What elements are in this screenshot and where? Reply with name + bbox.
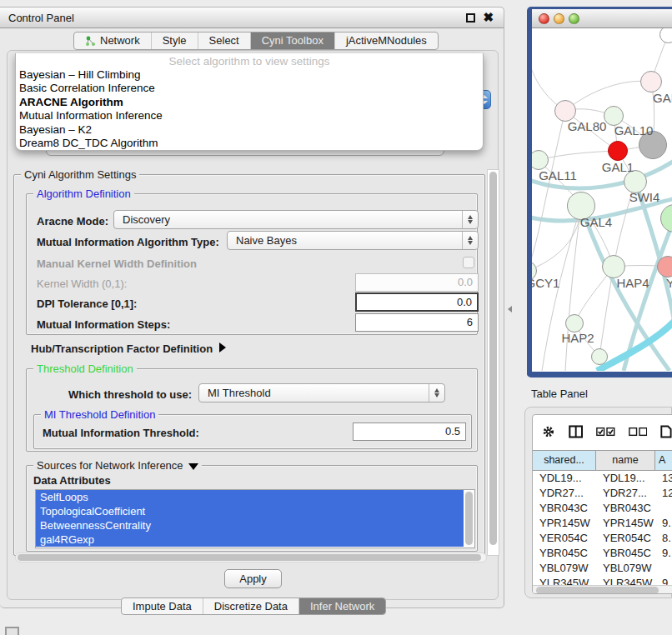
tab-jactivemnodules-label: jActiveMNodules [346, 32, 427, 49]
dropdown-placeholder: Select algorithm to view settings [16, 54, 483, 68]
list-item[interactable]: TopologicalCoefficient [36, 504, 464, 518]
network-node[interactable] [591, 348, 608, 365]
which-threshold-value: MI Threshold [208, 387, 271, 399]
table-horizontal-scrollbar[interactable] [533, 585, 672, 594]
tab-style-label: Style [163, 32, 187, 49]
algorithm-definition-group: Algorithm Definition Aracne Mode: Discov… [26, 193, 478, 335]
cell: YDR27... [533, 486, 596, 501]
settings-vertical-scrollbar[interactable] [487, 169, 499, 556]
table-browser: shared... name A YDL19...YDL19...13 YDR2… [532, 414, 672, 594]
scrollbar-thumb[interactable] [465, 492, 473, 545]
apply-button[interactable]: Apply [224, 569, 282, 588]
threshold-definition-group: Threshold Definition Which threshold to … [26, 368, 478, 452]
combo-spinner-icon[interactable] [429, 384, 444, 402]
tab-impute-data[interactable]: Impute Data [122, 598, 203, 614]
select-all-icon[interactable] [596, 426, 615, 438]
table-body: YDL19...YDL19...13 YDR27...YDR27...12 YB… [533, 471, 672, 593]
control-panel-tabs: Network Style Select Cyni Toolbox jActiv… [73, 32, 439, 50]
tab-select[interactable]: Select [198, 32, 250, 49]
hub-definition-toggle[interactable]: Hub/Transcription Factor Definition [31, 342, 226, 355]
tab-discretize-data[interactable]: Discretize Data [203, 598, 298, 614]
close-panel-icon[interactable]: ✖ [483, 10, 494, 25]
sources-group-title[interactable]: Sources for Network Inference [33, 459, 202, 472]
column-header-clipped[interactable]: A [655, 451, 672, 470]
network-canvas[interactable]: GAL GAL80 GAL10 GAL1 GAL11 SWI4 GAL4 GCY… [532, 28, 672, 371]
table-row[interactable]: YER054CYER054C8. [533, 531, 672, 546]
list-vertical-scrollbar[interactable] [464, 491, 474, 547]
cell: 12 [655, 486, 672, 501]
column-header-name[interactable]: name [596, 451, 655, 470]
list-item[interactable]: BetweennessCentrality [36, 518, 464, 532]
aracne-mode-combobox[interactable]: Discovery [113, 210, 479, 229]
mi-type-label: Mutual Information Algorithm Type: [37, 236, 219, 248]
kernel-width-field[interactable]: 0.0 [355, 273, 479, 292]
minimized-panel-icon[interactable] [5, 627, 19, 635]
tab-jactivemnodules[interactable]: jActiveMNodules [334, 32, 438, 49]
dropdown-item[interactable]: Mutual Information Inference [16, 109, 483, 122]
manual-kernel-checkbox[interactable] [463, 257, 474, 268]
mi-steps-label: Mutual Information Steps: [37, 318, 170, 331]
table-row[interactable]: YBR045CYBR045C9. [533, 546, 672, 561]
combo-spinner-icon[interactable] [462, 211, 478, 228]
export-table-icon[interactable] [660, 424, 672, 439]
network-node-hap2[interactable] [565, 314, 584, 332]
tab-infer-network[interactable]: Infer Network [298, 598, 385, 614]
network-node-gal1[interactable] [608, 141, 628, 161]
cell: YBL079W [533, 561, 596, 576]
dpi-tolerance-label: DPI Tolerance [0,1]: [37, 298, 137, 310]
cell: YDL19... [596, 471, 655, 486]
cell: 9. [655, 516, 672, 531]
table-row[interactable]: YDR27...YDR27...12 [533, 486, 672, 501]
tab-style[interactable]: Style [151, 32, 198, 49]
tab-network[interactable]: Network [74, 32, 151, 49]
combo-spinner-icon[interactable] [462, 232, 478, 249]
node-label: GAL [653, 91, 672, 105]
deselect-all-icon[interactable] [629, 426, 648, 438]
dropdown-item[interactable]: Dream8 DC_TDC Algorithm [16, 137, 483, 150]
mi-type-combobox[interactable]: Naive Bayes [227, 231, 479, 250]
split-pane-collapse-arrow[interactable] [508, 306, 512, 312]
network-node-hap4[interactable] [602, 255, 625, 278]
cell: YPR145W [596, 516, 655, 531]
mi-threshold-field[interactable]: 0.5 [353, 422, 466, 441]
table-row[interactable]: YBR043CYBR043C [533, 501, 672, 516]
scrollbar-thumb[interactable] [18, 554, 481, 561]
minimize-window-icon[interactable] [554, 13, 564, 24]
scrollbar-thumb[interactable] [489, 172, 497, 545]
node-label: GAL80 [568, 119, 607, 133]
table-row[interactable]: YBL079WYBL079W [533, 561, 672, 576]
node-label: GAL11 [539, 168, 577, 182]
columns-icon[interactable] [569, 424, 583, 439]
which-threshold-combobox[interactable]: MI Threshold [198, 383, 445, 402]
list-item[interactable]: gal4RGexp [36, 532, 464, 547]
dropdown-item[interactable]: Bayesian – K2 [16, 123, 483, 137]
list-item[interactable]: SelfLoops [36, 490, 464, 504]
cyni-algorithm-settings-group: Cyni Algorithm Settings Algorithm Defini… [13, 174, 485, 556]
table-panel: shared... name A YDL19...YDL19...13 YDR2… [524, 407, 672, 598]
tab-cyni-toolbox[interactable]: Cyni Toolbox [250, 32, 334, 49]
close-window-icon[interactable] [539, 13, 549, 24]
scrollbar-thumb[interactable] [536, 587, 659, 594]
column-header-shared-name[interactable]: shared... [533, 451, 596, 470]
table-row[interactable]: YPR145WYPR145W9. [533, 516, 672, 531]
settings-horizontal-scrollbar[interactable] [15, 552, 487, 562]
control-panel-titlebar: Control Panel ✖ [0, 8, 504, 28]
table-row[interactable]: YDL19...YDL19...13 [533, 471, 672, 486]
gear-icon[interactable] [542, 424, 555, 439]
mi-steps-field[interactable]: 6 [355, 313, 479, 332]
dropdown-item[interactable]: Basic Correlation Inference [16, 82, 483, 95]
threshold-definition-title: Threshold Definition [33, 362, 137, 375]
mi-threshold-title: MI Threshold Definition [41, 408, 158, 421]
table-toolbar [533, 415, 672, 448]
zoom-window-icon[interactable] [569, 13, 579, 24]
node-label: GAL4 [580, 215, 612, 229]
algorithm-definition-title: Algorithm Definition [33, 188, 134, 200]
data-attributes-label: Data Attributes [33, 474, 111, 487]
dpi-tolerance-field[interactable]: 0.0 [355, 292, 479, 312]
network-node[interactable] [640, 71, 662, 92]
cell: YBR043C [533, 501, 596, 516]
dropdown-item[interactable]: Bayesian – Hill Climbing [16, 68, 483, 82]
cell [655, 501, 672, 516]
float-panel-icon[interactable] [466, 13, 475, 22]
dropdown-item-selected[interactable]: ARACNE Algorithm [16, 96, 483, 109]
